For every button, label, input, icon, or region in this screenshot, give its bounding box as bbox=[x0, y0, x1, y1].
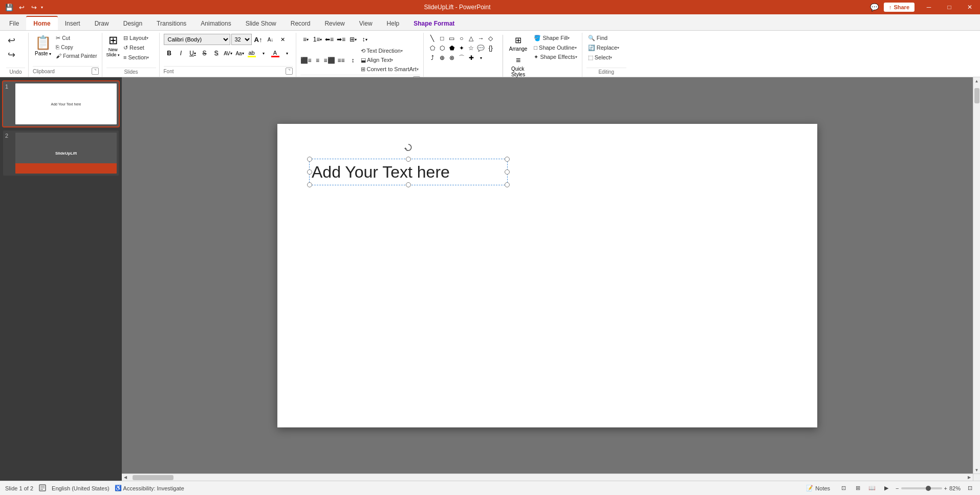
close-button[interactable]: ✕ bbox=[960, 0, 980, 14]
section-button[interactable]: ≡ Section ▾ bbox=[122, 53, 150, 61]
line-spacing-button[interactable]: ↕ ▾ bbox=[359, 34, 371, 45]
tab-view[interactable]: View bbox=[352, 17, 380, 30]
tab-shapeformat[interactable]: Shape Format bbox=[406, 17, 462, 30]
shape-fill-button[interactable]: 🪣 Shape Fill ▾ bbox=[532, 34, 578, 42]
reading-view-button[interactable]: 📖 bbox=[867, 483, 877, 493]
zoom-slider[interactable] bbox=[901, 487, 942, 489]
shape-connector[interactable]: ⤴ bbox=[428, 53, 437, 62]
slide-sorter-button[interactable]: ⊞ bbox=[853, 483, 863, 493]
slide-thumb-1[interactable]: 1 Add Your Text here bbox=[3, 81, 119, 126]
char-spacing-button[interactable]: AV ▾ bbox=[223, 48, 234, 59]
slide-canvas-area[interactable]: Add Your Text here bbox=[122, 77, 973, 474]
strikethrough-button[interactable]: S bbox=[199, 48, 210, 59]
paste-button[interactable]: 📋 Paste ▾ bbox=[33, 34, 53, 57]
align-text-button[interactable]: ⬓ Align Text ▾ bbox=[359, 56, 420, 64]
scroll-right-button[interactable]: ▶ bbox=[966, 474, 973, 481]
shape-arrow[interactable]: → bbox=[476, 34, 486, 43]
handle-top-left[interactable] bbox=[307, 157, 312, 162]
highlight-color-button[interactable]: ab bbox=[246, 48, 257, 59]
h-scroll-thumb[interactable] bbox=[133, 475, 173, 480]
accessibility-button[interactable]: ♿ Accessibility: Investigate bbox=[115, 485, 184, 491]
handle-top-right[interactable] bbox=[505, 157, 510, 162]
rotate-handle[interactable] bbox=[404, 143, 412, 152]
bullets-button[interactable]: ≡ ▾ bbox=[300, 34, 312, 45]
shape-arc[interactable]: ⌒ bbox=[457, 53, 466, 62]
new-slide-button[interactable]: ⊞ NewSlide ▾ bbox=[106, 34, 120, 57]
undo-button[interactable]: ↩ bbox=[16, 2, 27, 12]
textbox-text[interactable]: Add Your Text here bbox=[310, 159, 507, 185]
scroll-left-button[interactable]: ◀ bbox=[122, 474, 129, 481]
maximize-button[interactable]: □ bbox=[939, 0, 960, 14]
tab-design[interactable]: Design bbox=[116, 17, 149, 30]
align-right-button[interactable]: ≡⬛ bbox=[324, 55, 335, 66]
shapes-more[interactable]: ▾ bbox=[476, 53, 486, 62]
font-name-select[interactable]: Calibri (Body) bbox=[164, 34, 230, 45]
handle-mid-left[interactable] bbox=[307, 169, 312, 175]
shape-plus[interactable]: ⊕ bbox=[438, 53, 447, 62]
zoom-thumb[interactable] bbox=[926, 486, 931, 491]
increase-indent-button[interactable]: ➡≡ bbox=[336, 34, 347, 45]
shape-effects-button[interactable]: ✦ Shape Effects ▾ bbox=[532, 53, 578, 61]
handle-top-mid[interactable] bbox=[406, 157, 411, 162]
copy-button[interactable]: ⎘Copy bbox=[54, 43, 98, 51]
layout-button[interactable]: ⊟ Layout ▾ bbox=[122, 34, 150, 42]
vertical-scrollbar[interactable]: ▲ ▼ bbox=[973, 77, 980, 474]
tab-slideshow[interactable]: Slide Show bbox=[238, 17, 284, 30]
para-spacing-button[interactable]: ↕ bbox=[347, 55, 359, 66]
font-shrink-button[interactable]: A↓ bbox=[265, 34, 276, 45]
comment-button[interactable]: 💬 bbox=[867, 0, 882, 14]
shape-callout[interactable]: 💬 bbox=[476, 44, 486, 53]
decrease-indent-button[interactable]: ⬅≡ bbox=[324, 34, 335, 45]
shape-cross[interactable]: ✚ bbox=[467, 53, 476, 62]
font-launcher[interactable]: ⌝ bbox=[286, 68, 293, 75]
undo-button[interactable]: ↩ bbox=[6, 34, 17, 47]
tab-transitions[interactable]: Transitions bbox=[149, 17, 193, 30]
scroll-up-button[interactable]: ▲ bbox=[973, 77, 981, 84]
bold-button[interactable]: B bbox=[164, 48, 175, 59]
shape-line[interactable]: ╲ bbox=[428, 34, 437, 43]
scroll-track[interactable] bbox=[973, 84, 980, 466]
textbox-container[interactable]: Add Your Text here bbox=[309, 159, 508, 185]
redo-button[interactable]: ↪ bbox=[6, 48, 17, 61]
minimize-button[interactable]: ─ bbox=[919, 0, 939, 14]
horizontal-scrollbar[interactable]: ◀ ▶ bbox=[122, 474, 973, 481]
font-color-dropdown[interactable]: ▾ bbox=[281, 48, 293, 59]
fit-slide-button[interactable]: ⊡ bbox=[965, 483, 975, 493]
slide-thumb-2[interactable]: 2 SlideUpLift bbox=[3, 131, 119, 176]
shape-star4[interactable]: ✦ bbox=[457, 44, 466, 53]
shape-oval[interactable]: ○ bbox=[457, 34, 466, 43]
normal-view-button[interactable]: ⊡ bbox=[838, 483, 848, 493]
clipboard-launcher[interactable]: ⌝ bbox=[92, 68, 99, 75]
qat-dropdown[interactable]: ▾ bbox=[41, 5, 43, 10]
notes-button[interactable]: 📝 Notes bbox=[802, 485, 834, 491]
share-button[interactable]: ↑Share bbox=[884, 3, 914, 12]
italic-button[interactable]: I bbox=[176, 48, 187, 59]
save-button[interactable]: 💾 bbox=[4, 2, 14, 12]
scroll-thumb[interactable] bbox=[974, 88, 979, 103]
quick-styles-button[interactable]: ≡ QuickStyles bbox=[506, 54, 531, 79]
text-direction-button[interactable]: ⟲ Text Direction ▾ bbox=[359, 47, 420, 55]
align-center-button[interactable]: ≡ bbox=[312, 55, 323, 66]
shape-cube[interactable]: ⬟ bbox=[447, 44, 456, 53]
tab-record[interactable]: Record bbox=[284, 17, 318, 30]
shape-rect[interactable]: □ bbox=[438, 34, 447, 43]
slide-canvas[interactable]: Add Your Text here bbox=[277, 124, 817, 427]
handle-bottom-right[interactable] bbox=[505, 182, 510, 187]
align-left-button[interactable]: ⬛≡ bbox=[300, 55, 312, 66]
case-button[interactable]: Aa ▾ bbox=[234, 48, 246, 59]
numbering-button[interactable]: 1≡ ▾ bbox=[312, 34, 323, 45]
handle-mid-right[interactable] bbox=[505, 169, 510, 175]
replace-button[interactable]: 🔄 Replace ▾ bbox=[586, 44, 621, 52]
scroll-down-button[interactable]: ▼ bbox=[973, 466, 981, 474]
shape-outline-button[interactable]: □ Shape Outline ▾ bbox=[532, 44, 578, 52]
tab-animations[interactable]: Animations bbox=[193, 17, 238, 30]
presenter-view-button[interactable]: ▶ bbox=[881, 483, 891, 493]
tab-file[interactable]: File bbox=[2, 17, 26, 30]
handle-bottom-left[interactable] bbox=[307, 182, 312, 187]
font-size-select[interactable]: 32 bbox=[231, 34, 252, 45]
font-color-button[interactable]: A bbox=[270, 48, 281, 59]
shape-diamond[interactable]: ◇ bbox=[486, 34, 495, 43]
handle-bottom-mid[interactable] bbox=[406, 182, 411, 187]
underline-button[interactable]: U ▾ bbox=[187, 48, 199, 59]
zoom-in-button[interactable]: + bbox=[944, 485, 947, 491]
